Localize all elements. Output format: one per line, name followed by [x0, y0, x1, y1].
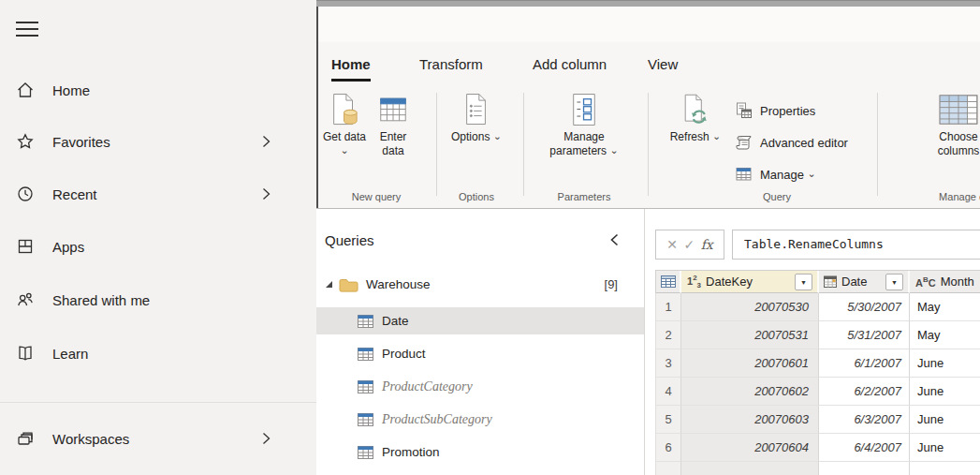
tab-view[interactable]: View: [648, 52, 678, 82]
table-icon: [358, 413, 373, 426]
tab-transform[interactable]: Transform: [419, 52, 483, 82]
month-cell[interactable]: June: [910, 378, 980, 406]
options-label: Options: [451, 130, 490, 143]
query-item-date[interactable]: Date: [316, 307, 644, 334]
enter-data-icon: [377, 89, 409, 130]
tab-home[interactable]: Home: [331, 52, 371, 82]
column-header-date[interactable]: Date ▼: [819, 271, 910, 293]
formula-input[interactable]: Table.RenameColumns: [732, 230, 980, 260]
options-button[interactable]: Options ⌄: [449, 89, 504, 144]
sidebar-item-learn[interactable]: Learn: [0, 334, 316, 372]
row-number-cell[interactable]: 5: [656, 406, 681, 434]
manage-parameters-button[interactable]: Manage parameters ⌄: [543, 89, 625, 158]
fx-icon: fx: [701, 237, 713, 252]
month-cell[interactable]: May: [910, 293, 980, 321]
sidebar-item-apps[interactable]: Apps: [0, 228, 316, 265]
filter-dropdown-button[interactable]: ▼: [795, 274, 812, 290]
advanced-editor-button[interactable]: Advanced editor: [735, 129, 848, 156]
datekey-cell[interactable]: 20070604: [681, 434, 819, 462]
commit-formula-icon[interactable]: ✓: [683, 237, 695, 252]
queries-panel-title: Queries: [325, 232, 374, 248]
group-label-new-query: New query: [320, 191, 432, 202]
sidebar-item-shared-with-me[interactable]: Shared with me: [0, 281, 316, 319]
row-number-cell[interactable]: [656, 462, 681, 475]
row-number-cell[interactable]: 1: [656, 293, 681, 321]
dropdown-chevron-icon: ⌄: [609, 143, 618, 157]
sidebar-item-favorites[interactable]: Favorites: [0, 123, 316, 160]
tab-add-column[interactable]: Add column: [533, 52, 607, 82]
manage-button[interactable]: Manage ⌄: [735, 161, 816, 187]
choose-columns-button[interactable]: Choose columns: [928, 89, 980, 158]
column-header-month[interactable]: ABC Month: [910, 271, 980, 293]
date-cell[interactable]: [819, 462, 910, 475]
properties-label: Properties: [760, 104, 815, 118]
sidebar-item-recent[interactable]: Recent: [0, 175, 316, 213]
datekey-cell[interactable]: 20070530: [681, 293, 819, 321]
dropdown-chevron-icon: ⌄: [808, 168, 816, 180]
month-cell[interactable]: June: [910, 349, 980, 378]
group-label-parameters: Parameters: [533, 191, 636, 202]
date-cell[interactable]: 6/1/2007: [819, 349, 910, 378]
chevron-right-icon: [260, 187, 271, 200]
date-cell[interactable]: 5/31/2007: [819, 321, 910, 349]
table-icon: [358, 348, 373, 361]
hamburger-menu-icon[interactable]: [16, 22, 38, 37]
sidebar-item-workspaces[interactable]: Workspaces: [0, 420, 316, 457]
month-cell[interactable]: June: [910, 434, 980, 462]
table-row: 3 20070601 6/1/2007 June: [655, 349, 980, 378]
select-all-cell[interactable]: [656, 271, 681, 293]
refresh-button[interactable]: Refresh ⌄: [668, 89, 723, 144]
date-cell[interactable]: 6/4/2007: [819, 434, 910, 462]
filter-dropdown-button[interactable]: ▼: [885, 274, 903, 290]
datekey-cell[interactable]: 20070531: [681, 321, 819, 349]
enter-data-button[interactable]: Enter data: [370, 89, 417, 158]
query-item-product[interactable]: Product: [316, 340, 644, 367]
datekey-cell[interactable]: 20070602: [681, 378, 819, 406]
select-all-table-icon: [661, 275, 676, 288]
query-item-productcategory[interactable]: ProductCategory: [316, 373, 644, 400]
month-cell[interactable]: June: [910, 406, 980, 434]
sidebar-item-label: Learn: [52, 346, 88, 362]
date-type-icon[interactable]: [824, 275, 837, 288]
get-data-button[interactable]: Get data ⌄: [320, 89, 369, 158]
left-nav-sidebar: Home Favorites Recent Apps Shared with m…: [0, 0, 316, 475]
chevron-right-icon: [260, 432, 271, 445]
date-cell[interactable]: 5/30/2007: [819, 293, 910, 321]
ribbon: Home Transform Add column View Get data …: [318, 7, 980, 208]
cancel-formula-icon[interactable]: ✕: [666, 237, 678, 252]
date-cell[interactable]: 6/3/2007: [819, 406, 910, 434]
month-cell[interactable]: May: [910, 321, 980, 349]
get-data-label: Get data: [323, 130, 366, 143]
sidebar-divider: [0, 402, 316, 403]
datekey-cell[interactable]: [681, 462, 819, 475]
sidebar-item-label: Recent: [52, 186, 97, 202]
row-number-cell[interactable]: 4: [656, 378, 681, 406]
clock-icon: [16, 185, 35, 203]
refresh-icon: [679, 89, 712, 130]
datekey-cell[interactable]: 20070601: [681, 349, 819, 378]
advanced-editor-icon: [735, 134, 753, 151]
datekey-cell[interactable]: 20070603: [681, 406, 819, 434]
properties-button[interactable]: Properties: [735, 97, 815, 124]
row-number-cell[interactable]: 6: [656, 434, 681, 462]
formula-bar-buttons: ✕ ✓ fx: [655, 230, 724, 260]
date-cell[interactable]: 6/2/2007: [819, 378, 910, 406]
number-type-icon[interactable]: 123: [687, 274, 701, 289]
workspaces-icon: [16, 429, 35, 448]
row-number-cell[interactable]: 3: [656, 349, 681, 378]
month-cell[interactable]: [910, 462, 980, 475]
text-type-icon[interactable]: ABC: [915, 275, 936, 289]
folder-item-count: [9]: [605, 277, 618, 291]
column-header-datekey[interactable]: 123 DateKey ▼: [681, 271, 819, 293]
query-item-promotion[interactable]: Promotion: [316, 438, 644, 466]
tree-expanded-icon[interactable]: [326, 281, 332, 288]
folder-name: Warehouse: [366, 277, 431, 291]
dropdown-chevron-icon: ⌄: [712, 129, 721, 143]
enter-data-label: Enter data: [380, 130, 407, 157]
collapse-panel-icon[interactable]: [608, 232, 622, 247]
dropdown-chevron-icon: ⌄: [493, 129, 502, 143]
query-folder-warehouse[interactable]: Warehouse [9]: [316, 271, 644, 298]
query-item-productsubcategory[interactable]: ProductSubCategory: [316, 406, 644, 433]
sidebar-item-home[interactable]: Home: [0, 71, 316, 109]
row-number-cell[interactable]: 2: [656, 321, 681, 349]
